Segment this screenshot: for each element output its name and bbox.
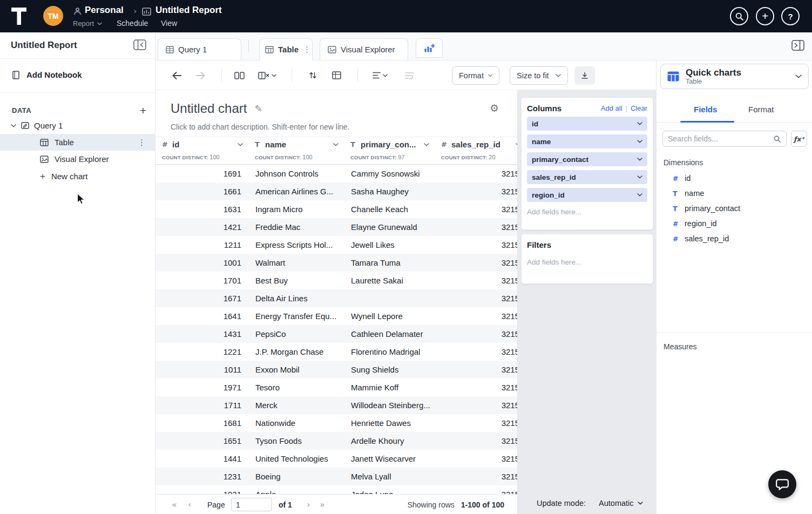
add-formula-button[interactable]: ƒx⁺ (791, 131, 807, 147)
cell-id: 1211 (155, 236, 248, 254)
dimension-field[interactable]: # region_id (657, 216, 812, 231)
undo-back-button[interactable] (172, 60, 182, 90)
tab-table[interactable]: Table ⋮ (259, 38, 313, 60)
cell-sales-rep-id: 3215 (435, 396, 517, 414)
cell-sales-rep-id: 3215 (435, 468, 517, 485)
table-row: 1441 United Technologies Janett Wisecarv… (155, 450, 517, 468)
avatar[interactable]: TM (43, 6, 63, 26)
column-header-name[interactable]: T name (248, 137, 344, 152)
sidebar-item-table[interactable]: Table ⋮ (0, 134, 155, 151)
dimension-field[interactable]: T name (657, 186, 812, 201)
add-all-link[interactable]: Add all (601, 104, 622, 112)
update-mode-dropdown[interactable]: Automatic (599, 499, 642, 508)
kebab-menu-icon[interactable]: ⋮ (303, 45, 311, 55)
column-pill[interactable]: sales_rep_id (527, 170, 647, 184)
showing-rows: Showing rows 1-100 of 100 (408, 501, 504, 509)
workspace-name[interactable]: Personal (85, 5, 124, 16)
search-fields-input[interactable] (668, 134, 770, 143)
chevron-down-icon[interactable] (637, 140, 642, 143)
table-row: 1661 American Airlines G... Sasha Haughe… (155, 182, 517, 200)
sidebar-item-new-chart[interactable]: + New chart (0, 168, 155, 185)
tab-separator (248, 40, 249, 52)
tab-format[interactable]: Format (748, 105, 774, 114)
size-to-fit-button[interactable]: Size to fit (510, 66, 568, 85)
chevron-down-icon[interactable] (637, 158, 642, 161)
menu-schedule[interactable]: Schedule (117, 19, 148, 28)
edit-pencil-icon[interactable]: ✎ (254, 103, 262, 114)
chart-description-placeholder[interactable]: Click to add chart description. Shift-en… (171, 123, 350, 131)
notebook-icon (12, 71, 20, 79)
column-pill[interactable]: name (527, 134, 647, 148)
report-title[interactable]: Untitled Report (155, 5, 222, 16)
column-pill[interactable]: region_id (527, 188, 647, 202)
cell-primary-contact: Tamara Tuma (344, 254, 435, 272)
table-row: 1001 Walmart Tamara Tuma 3215 (155, 254, 517, 272)
column-menu-chevron[interactable] (238, 143, 243, 146)
dimension-field[interactable]: T primary_contact (657, 201, 812, 216)
table-row: 1651 Tyson Foods Ardelle Khoury 3215 (155, 432, 517, 450)
prev-page-icon[interactable]: ‹ (188, 495, 191, 514)
add-data-button[interactable]: + (140, 105, 146, 116)
gear-icon[interactable]: ⚙ (490, 102, 499, 114)
workspace-type-menu[interactable]: Report (73, 19, 102, 28)
freeze-columns-button[interactable] (332, 60, 341, 90)
dimension-field[interactable]: # sales_rep_id (657, 231, 812, 246)
expand-right-panel-icon[interactable] (791, 40, 804, 51)
column-pill[interactable]: primary_contact (527, 152, 647, 166)
new-chart-tab-button[interactable] (416, 38, 443, 58)
tab-visual-explorer[interactable]: Visual Explorer (320, 38, 408, 60)
chat-support-button[interactable] (768, 470, 796, 498)
menu-view[interactable]: View (161, 19, 177, 28)
chevron-down-icon (272, 74, 276, 77)
search-button[interactable] (730, 7, 748, 25)
cell-name: J.P. Morgan Chase (248, 343, 344, 361)
cell-primary-contact: Cammy Sosnowski (344, 165, 435, 182)
chevron-down-icon[interactable] (637, 122, 642, 125)
tab-query-1[interactable]: Query 1 (158, 38, 241, 60)
redo-forward-button[interactable] (195, 60, 206, 90)
column-header-id[interactable]: # id (155, 137, 248, 152)
add-notebook-button[interactable]: Add Notebook (12, 70, 82, 79)
column-pill[interactable]: id (527, 117, 647, 131)
clear-link[interactable]: Clear (631, 104, 647, 112)
sidebar-item-query[interactable]: Query 1 (11, 121, 63, 130)
next-page-icon[interactable]: › (307, 495, 310, 514)
insert-column-button[interactable] (234, 60, 245, 90)
format-button[interactable]: Format (452, 66, 499, 85)
chevron-down-icon[interactable] (637, 193, 642, 197)
create-new-button[interactable]: + (756, 7, 774, 25)
column-menu-chevron[interactable] (424, 143, 429, 146)
align-button[interactable] (373, 60, 388, 90)
app-logo[interactable] (11, 6, 29, 26)
tab-fields[interactable]: Fields (694, 105, 717, 114)
download-button[interactable] (574, 66, 595, 85)
filters-drop-placeholder[interactable]: Add fields here... (527, 258, 647, 266)
page-input[interactable] (231, 498, 272, 511)
table-toolbar: Format Size to fit (155, 60, 656, 90)
first-page-icon[interactable]: « (172, 495, 177, 514)
chevron-down-icon[interactable] (637, 175, 642, 179)
cell-primary-contact: Henriette Dawes (344, 414, 435, 432)
columns-drop-placeholder[interactable]: Add fields here... (527, 208, 647, 216)
remove-column-button[interactable] (258, 60, 276, 90)
help-button[interactable]: ? (781, 7, 800, 25)
quick-charts-selector[interactable]: Quick charts Table (660, 64, 809, 89)
wrap-text-button[interactable] (405, 60, 414, 90)
collapse-sidebar-icon[interactable] (133, 39, 146, 50)
last-page-icon[interactable]: » (320, 495, 325, 514)
page-label: Page (207, 501, 225, 509)
dimension-field[interactable]: # id (657, 171, 812, 186)
toolbar-separator (221, 69, 222, 82)
chart-title[interactable]: Untitled chart (171, 101, 247, 116)
kebab-menu-icon[interactable]: ⋮ (138, 138, 146, 147)
column-header-sales-rep-id[interactable]: # sales_rep_id (435, 137, 517, 152)
cell-name: Tesoro (248, 378, 344, 396)
column-header-primary-contact[interactable]: T primary_con... (344, 137, 435, 152)
table-row: 1641 Energy Transfer Equ... Wynell Lepor… (155, 307, 517, 325)
chevron-down-icon (795, 75, 802, 78)
column-menu-chevron[interactable] (333, 143, 339, 146)
sort-button[interactable] (309, 60, 317, 90)
cell-id: 1711 (155, 396, 248, 414)
fields-search-box[interactable] (662, 131, 787, 147)
sidebar-item-visual-explorer[interactable]: Visual Explorer (0, 151, 155, 167)
